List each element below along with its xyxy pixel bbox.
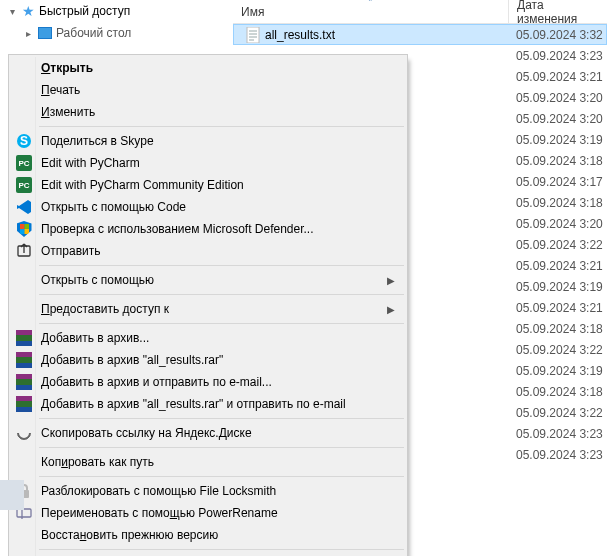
menu-item[interactable]: Копировать как путь bbox=[11, 451, 405, 473]
menu-item[interactable]: Открыть с помощью▶ bbox=[11, 269, 405, 291]
menu-item-label: Печать bbox=[41, 83, 395, 97]
menu-item-label: Добавить в архив и отправить по e-mail..… bbox=[41, 375, 395, 389]
rar-icon bbox=[15, 395, 33, 413]
header-date[interactable]: Дата изменения bbox=[509, 0, 607, 23]
nav-label: Рабочий стол bbox=[56, 26, 131, 40]
file-date: 05.09.2024 3:20 bbox=[508, 91, 607, 105]
menu-item-label: Открыть с помощью bbox=[41, 273, 379, 287]
file-date: 05.09.2024 3:22 bbox=[508, 406, 607, 420]
nav-tree: ▾ ★ Быстрый доступ ▸ Рабочий стол bbox=[0, 0, 233, 44]
menu-item[interactable]: Добавить в архив и отправить по e-mail..… bbox=[11, 371, 405, 393]
menu-item[interactable]: Добавить в архив... bbox=[11, 327, 405, 349]
menu-item[interactable]: Переименовать с помощью PowerRename bbox=[11, 502, 405, 524]
blank-icon bbox=[15, 81, 33, 99]
menu-item-label: Скопировать ссылку на Яндекс.Диске bbox=[41, 426, 395, 440]
menu-item[interactable]: Печать bbox=[11, 79, 405, 101]
rar-icon bbox=[15, 329, 33, 347]
file-date: 05.09.2024 3:22 bbox=[508, 238, 607, 252]
star-icon: ★ bbox=[22, 3, 35, 19]
menu-item-label: Изменить bbox=[41, 105, 395, 119]
menu-item[interactable]: PCEdit with PyCharm Community Edition bbox=[11, 174, 405, 196]
chevron-down-icon: ▾ bbox=[6, 6, 18, 17]
menu-item-label: Добавить в архив "all_results.rar" и отп… bbox=[41, 397, 395, 411]
file-date: 05.09.2024 3:18 bbox=[508, 385, 607, 399]
menu-item[interactable]: SПоделиться в Skype bbox=[11, 130, 405, 152]
file-date: 05.09.2024 3:21 bbox=[508, 301, 607, 315]
menu-separator bbox=[39, 126, 404, 127]
file-date: 05.09.2024 3:19 bbox=[508, 280, 607, 294]
menu-item-label: Открыть bbox=[41, 61, 395, 75]
rar-icon bbox=[15, 373, 33, 391]
blank-icon bbox=[15, 271, 33, 289]
menu-separator bbox=[39, 476, 404, 477]
blank-icon bbox=[15, 526, 33, 544]
vscode-icon bbox=[15, 198, 33, 216]
desktop-icon bbox=[38, 27, 52, 39]
menu-item[interactable]: Проверка с использованием Microsoft Defe… bbox=[11, 218, 405, 240]
taskbar-edge bbox=[0, 480, 24, 510]
file-date: 05.09.2024 3:18 bbox=[508, 154, 607, 168]
menu-item-label: Edit with PyCharm Community Edition bbox=[41, 178, 395, 192]
menu-item-label: Копировать как путь bbox=[41, 455, 395, 469]
menu-item[interactable]: Добавить в архив "all_results.rar" bbox=[11, 349, 405, 371]
menu-item[interactable]: Добавить в архив "all_results.rar" и отп… bbox=[11, 393, 405, 415]
menu-item-label: Добавить в архив... bbox=[41, 331, 395, 345]
nav-label: Быстрый доступ bbox=[39, 4, 130, 18]
file-name-cell: all_results.txt bbox=[233, 27, 508, 43]
file-date: 05.09.2024 3:19 bbox=[508, 364, 607, 378]
menu-item-label: Добавить в архив "all_results.rar" bbox=[41, 353, 395, 367]
menu-item[interactable]: PCEdit with PyCharm bbox=[11, 152, 405, 174]
file-date: 05.09.2024 3:23 bbox=[508, 49, 607, 63]
svg-rect-0 bbox=[247, 27, 259, 43]
menu-item-label: Разблокировать с помощью File Locksmith bbox=[41, 484, 395, 498]
file-date: 05.09.2024 3:21 bbox=[508, 70, 607, 84]
menu-item-label: Открыть с помощью Code bbox=[41, 200, 395, 214]
file-date: 05.09.2024 3:18 bbox=[508, 196, 607, 210]
submenu-arrow-icon: ▶ bbox=[387, 304, 395, 315]
header-label: Дата изменения bbox=[517, 0, 599, 26]
menu-item[interactable]: Изменить bbox=[11, 101, 405, 123]
context-menu: ОткрытьПечатьИзменитьSПоделиться в Skype… bbox=[8, 54, 408, 556]
column-headers: Имя ˄ Дата изменения bbox=[233, 0, 607, 24]
header-name[interactable]: Имя ˄ bbox=[233, 0, 508, 23]
file-date: 05.09.2024 3:18 bbox=[508, 322, 607, 336]
menu-separator bbox=[39, 418, 404, 419]
menu-item[interactable]: Скопировать ссылку на Яндекс.Диске bbox=[11, 422, 405, 444]
text-file-icon bbox=[245, 27, 261, 43]
menu-item-label: Поделиться в Skype bbox=[41, 134, 395, 148]
menu-separator bbox=[39, 294, 404, 295]
svg-rect-8 bbox=[24, 224, 29, 229]
file-date: 05.09.2024 3:20 bbox=[508, 112, 607, 126]
menu-item[interactable]: Восстановить прежнюю версию bbox=[11, 524, 405, 546]
svg-rect-13 bbox=[17, 509, 31, 517]
file-date: 05.09.2024 3:23 bbox=[508, 427, 607, 441]
menu-item[interactable]: Предоставить доступ к▶ bbox=[11, 298, 405, 320]
menu-item-label: Предоставить доступ к bbox=[41, 302, 379, 316]
menu-separator bbox=[39, 447, 404, 448]
defender-icon bbox=[15, 220, 33, 238]
menu-item-label: Проверка с использованием Microsoft Defe… bbox=[41, 222, 395, 236]
link-icon bbox=[15, 424, 33, 442]
file-row[interactable]: all_results.txt05.09.2024 3:32 bbox=[233, 24, 607, 45]
sort-asc-icon: ˄ bbox=[368, 0, 373, 8]
svg-rect-10 bbox=[24, 229, 29, 234]
file-name: all_results.txt bbox=[265, 28, 335, 42]
pycharm-icon: PC bbox=[15, 176, 33, 194]
file-date: 05.09.2024 3:22 bbox=[508, 343, 607, 357]
menu-item-label: Восстановить прежнюю версию bbox=[41, 528, 395, 542]
nav-quick-access[interactable]: ▾ ★ Быстрый доступ bbox=[0, 0, 233, 22]
nav-desktop[interactable]: ▸ Рабочий стол bbox=[0, 22, 233, 44]
svg-rect-9 bbox=[20, 229, 25, 234]
file-date: 05.09.2024 3:21 bbox=[508, 259, 607, 273]
menu-item[interactable]: Разблокировать с помощью File Locksmith bbox=[11, 480, 405, 502]
file-date: 05.09.2024 3:20 bbox=[508, 217, 607, 231]
rar-icon bbox=[15, 351, 33, 369]
share-icon bbox=[15, 242, 33, 260]
menu-item[interactable]: Открыть с помощью Code bbox=[11, 196, 405, 218]
menu-item-label: Edit with PyCharm bbox=[41, 156, 395, 170]
file-date: 05.09.2024 3:23 bbox=[508, 448, 607, 462]
menu-item-label: Отправить bbox=[41, 244, 395, 258]
menu-item[interactable]: Открыть bbox=[11, 57, 405, 79]
menu-item[interactable]: Отправить bbox=[11, 240, 405, 262]
menu-separator bbox=[39, 323, 404, 324]
